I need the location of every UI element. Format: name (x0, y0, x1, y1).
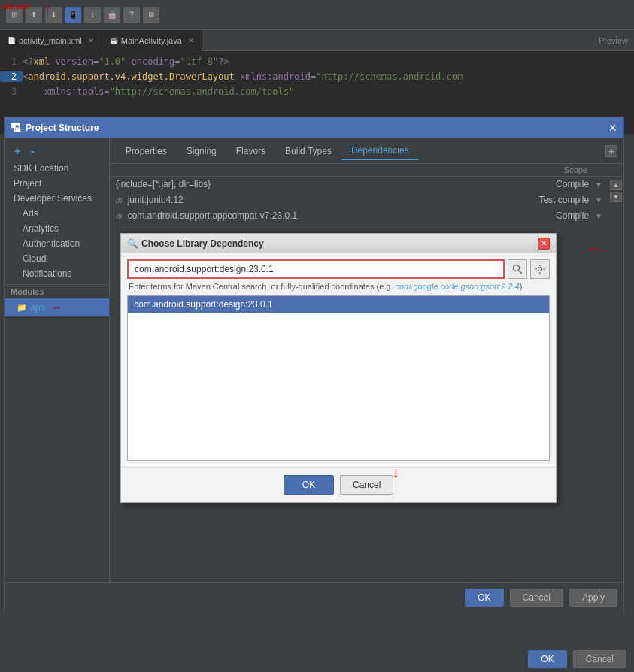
tab-close-1[interactable]: ✕ (88, 37, 94, 44)
tab-close-2[interactable]: ✕ (188, 37, 194, 44)
tab-build-types[interactable]: Build Types (275, 142, 341, 160)
module-label: app (30, 302, 45, 313)
scroll-arrows: ▲ ▼ (608, 177, 623, 224)
dep-row-2: m com.android.support:appcompat-v7:23.0.… (110, 208, 608, 224)
add-dep-buttons: + (605, 145, 617, 157)
dep-dropdown-0[interactable]: ▼ (595, 180, 602, 189)
lib-cancel-btn[interactable]: Cancel (340, 475, 393, 495)
toolbar-icon-monitor[interactable]: 🖥 (143, 7, 159, 23)
bottom-footer: OK Cancel (528, 650, 626, 668)
lib-results[interactable]: com.android.support:design:23.0.1 (127, 295, 550, 461)
cancel-btn[interactable]: Cancel (510, 589, 563, 607)
project-icon: 🏗 (11, 122, 21, 134)
svg-point-2 (538, 268, 542, 271)
dialog-footer: OK Cancel Apply (5, 582, 623, 613)
file-label: ain.xml (2, 2, 30, 11)
code-line-2: 2 <android.support.v4.widget.DrawerLayou… (0, 69, 634, 84)
lib-ok-btn[interactable]: OK (284, 475, 334, 495)
m-icon-2: m (116, 212, 122, 220)
tab-properties[interactable]: Properties (116, 142, 177, 160)
sidebar-item-sdk[interactable]: SDK Location (5, 161, 109, 176)
lib-dialog-icon: 🔍 (127, 238, 138, 249)
code-content-2: <android.support.v4.widget.DrawerLayout … (23, 71, 463, 82)
dep-dropdown-2[interactable]: ▼ (595, 212, 602, 220)
lib-result-row-0[interactable]: com.android.support:design:23.0.1 (128, 296, 549, 313)
toolbar-icon-phone[interactable]: 📱 (65, 7, 81, 23)
search-icon (512, 264, 523, 274)
tab-label-2: MainActivity.java (121, 36, 182, 45)
svg-line-1 (519, 271, 522, 274)
toolbar-icon-android[interactable]: 🤖 (104, 7, 120, 23)
sidebar-item-notifications[interactable]: Notifications (5, 266, 109, 281)
lib-dialog-body: Enter terms for Maven Central search, or… (121, 253, 556, 467)
dep-row-1: m junit:junit:4.12 Test compile ▼ (110, 192, 608, 208)
sidebar-item-analytics[interactable]: Analytics (5, 221, 109, 236)
sidebar-item-developer-services[interactable]: Developer Services (5, 191, 109, 206)
arrow-indicator-2: ← (51, 301, 63, 314)
settings-icon (535, 264, 545, 274)
lib-search-button[interactable] (508, 259, 527, 279)
add-item-btn[interactable]: + (11, 144, 24, 158)
line-num-1: 1 (0, 56, 23, 67)
code-line-1: 1 <?xml version="1.0" encoding="utf-8"?> (0, 54, 634, 69)
dep-name-0: {include=[*.jar], dir=libs} (116, 179, 556, 189)
svg-point-0 (514, 265, 520, 271)
dep-dropdown-1[interactable]: ▼ (595, 196, 602, 204)
code-line-3: 3 xmlns:tools="http://schemas.android.co… (0, 84, 634, 99)
dep-rows-container: {include=[*.jar], dir=libs} Compile ▼ m … (110, 177, 623, 224)
lib-hint: Enter terms for Maven Central search, or… (127, 282, 550, 291)
sidebar-item-ads[interactable]: Ads (5, 206, 109, 221)
lib-dialog-title-text: 🔍 Choose Library Dependency (127, 238, 264, 249)
tab-flavors[interactable]: Flavors (226, 142, 275, 160)
lib-settings-button[interactable] (530, 259, 550, 279)
arrow-indicator-3: ← (586, 239, 601, 256)
tab-bar: 📄 activity_main.xml ✕ ☕ MainActivity.jav… (0, 30, 634, 51)
dep-table-header: Scope (110, 164, 623, 177)
dep-row-0: {include=[*.jar], dir=libs} Compile ▼ (110, 177, 608, 192)
remove-item-btn[interactable]: - (26, 144, 39, 158)
tab-signing[interactable]: Signing (177, 142, 226, 160)
modules-section: Modules (5, 284, 109, 298)
sidebar-item-authentication[interactable]: Authentication (5, 236, 109, 251)
dialog-close-btn[interactable]: ✕ (608, 122, 617, 134)
scroll-up-btn[interactable]: ▲ (610, 180, 622, 190)
toolbar-icon-4[interactable]: ⤓ (84, 7, 101, 23)
sidebar-toolbar: + - (5, 141, 109, 161)
dep-scope-1: Test compile (538, 195, 589, 205)
sidebar-item-project[interactable]: Project (5, 176, 109, 191)
lib-dialog-footer: ↓ OK Cancel (121, 467, 556, 502)
dep-scope-0: Compile (556, 179, 589, 189)
bottom-ok-btn[interactable]: OK (528, 650, 566, 668)
arrow-indicator-1: ↓ (44, 2, 52, 21)
tab-dependencies[interactable]: Dependencies (341, 141, 419, 160)
apply-btn[interactable]: Apply (569, 589, 617, 607)
tab-activity-main[interactable]: 📄 activity_main.xml ✕ (0, 30, 102, 51)
line-num-2: 2 (0, 71, 23, 82)
preview-label: Preview (599, 36, 634, 45)
tab-label-1: activity_main.xml (19, 36, 82, 45)
dep-name-2: m com.android.support:appcompat-v7:23.0.… (116, 210, 556, 221)
dep-scope-2: Compile (556, 210, 589, 221)
sidebar-item-cloud[interactable]: Cloud (5, 251, 109, 266)
lib-dialog-title-bar: 🔍 Choose Library Dependency ✕ (121, 234, 556, 253)
scroll-down-btn[interactable]: ▼ (610, 192, 622, 202)
sidebar: + - SDK Location Project Developer Servi… (5, 138, 110, 582)
module-icon: 📁 (17, 303, 27, 313)
dialog-title-bar: 🏗 Project Structure ✕ (5, 117, 623, 138)
ok-btn[interactable]: OK (465, 589, 503, 607)
dialog-title: 🏗 Project Structure (11, 122, 99, 134)
col-scope: Scope (564, 165, 587, 174)
lib-dialog-close-btn[interactable]: ✕ (538, 238, 550, 250)
arrow-indicator-ok: ↓ (392, 464, 399, 481)
lib-search-input[interactable] (127, 259, 505, 279)
bottom-cancel-btn[interactable]: Cancel (573, 650, 626, 668)
lib-dialog: 🔍 Choose Library Dependency ✕ (120, 233, 557, 503)
toolbar-icon-help[interactable]: ? (123, 7, 140, 23)
tab-mainactivity[interactable]: ☕ MainActivity.java ✕ (102, 30, 202, 51)
add-dependency-btn[interactable]: + (605, 145, 617, 157)
tab-icon-xml: 📄 (8, 37, 16, 44)
toolbar: ⊞ ⬆ ⬇ 📱 ⤓ 🤖 ? 🖥 ↓ (0, 0, 634, 30)
content-tabs-bar: Properties Signing Flavors Build Types D… (110, 138, 623, 164)
tab-icon-java: ☕ (110, 37, 118, 44)
sidebar-module-app[interactable]: 📁 app ← (5, 298, 109, 316)
